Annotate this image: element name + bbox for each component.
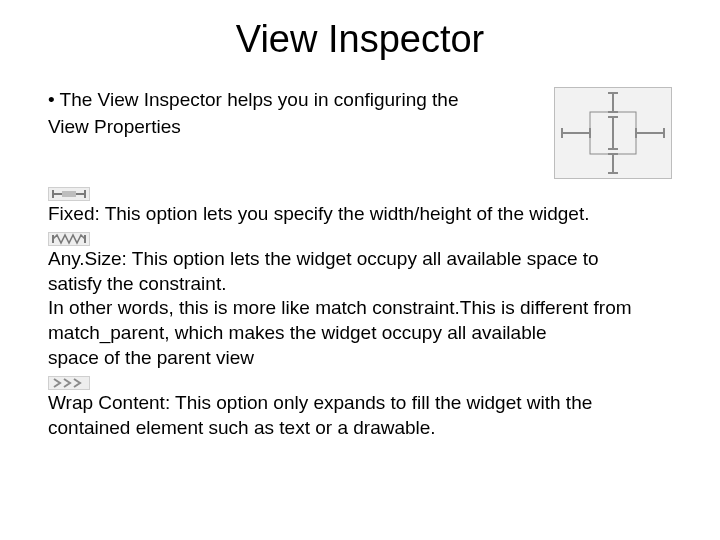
intro-row: The View Inspector helps you in configur… (48, 89, 672, 179)
anysize-l1: Any.Size: This option lets the widget oc… (48, 248, 672, 271)
wrap-l1: Wrap Content: This option only expands t… (48, 392, 672, 415)
svg-rect-21 (62, 191, 76, 197)
fixed-text: Fixed: This option lets you specify the … (48, 203, 672, 226)
anysize-l4: match_parent, which makes the widget occ… (48, 322, 672, 345)
wrap-l2: contained element such as text or a draw… (48, 417, 672, 440)
slide: View Inspector The View Inspector helps … (0, 0, 720, 540)
any-size-icon (48, 232, 90, 246)
intro-line2: View Properties (48, 116, 542, 139)
intro-bullet: The View Inspector helps you in configur… (48, 89, 542, 112)
slide-body: The View Inspector helps you in configur… (48, 89, 672, 439)
intro-text: The View Inspector helps you in configur… (48, 89, 542, 139)
constraint-diagram-icon (554, 87, 672, 179)
anysize-l5: space of the parent view (48, 347, 672, 370)
anysize-l2: satisfy the constraint. (48, 273, 672, 296)
fixed-size-icon (48, 187, 90, 201)
wrap-content-icon (48, 376, 90, 390)
anysize-l3: In other words, this is more like match … (48, 297, 672, 320)
slide-title: View Inspector (48, 18, 672, 61)
